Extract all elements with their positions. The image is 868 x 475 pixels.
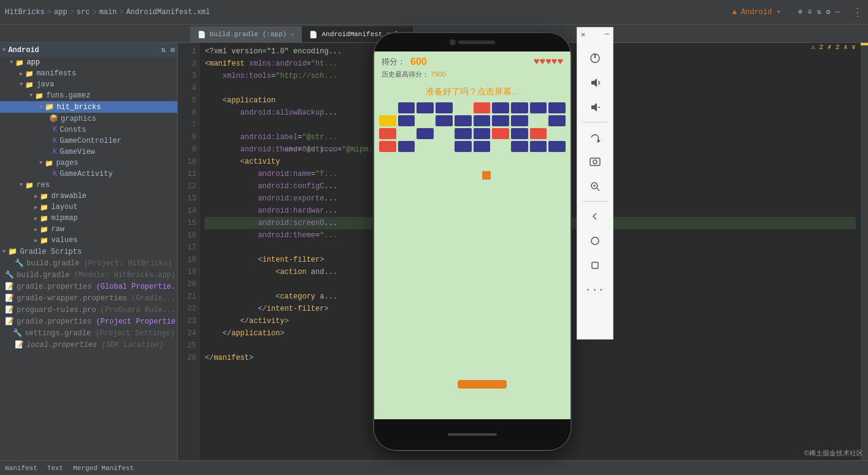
sidebar-label-gradle-scripts: Gradle Scripts — [20, 248, 82, 256]
emulator-recent-button[interactable] — [584, 254, 606, 276]
settings-icon[interactable]: ⚙ — [826, 7, 831, 17]
brick — [398, 128, 415, 139]
ready-text: 准备好了吗？点击屏幕... — [374, 84, 570, 102]
sidebar-header[interactable]: ▼ Android ⇅ ⚙ — [0, 43, 177, 57]
brick — [417, 128, 434, 139]
tab-close-build[interactable]: ✕ — [290, 31, 294, 38]
emulator-volume-up-button[interactable] — [584, 72, 606, 94]
brick — [474, 115, 491, 126]
sidebar-item-res[interactable]: ▼ 📁 res — [0, 180, 177, 191]
arrow-gradle: ▼ — [2, 249, 6, 255]
tab-merged-manifest[interactable]: Merged Manifest — [73, 465, 134, 472]
sidebar-item-consts[interactable]: K Consts — [0, 124, 177, 135]
warnings-indicator[interactable]: ⚠ 2 ✗ 2 ∧ ∨ — [811, 43, 856, 51]
emulator-zoom-button[interactable] — [584, 175, 606, 197]
emulator-power-button[interactable] — [584, 47, 606, 69]
config-icon[interactable]: ⇅ — [816, 7, 821, 17]
brick-row-1 — [379, 102, 566, 113]
top-right-more[interactable]: ⋮ — [852, 6, 863, 19]
kotlin-icon-gc: K — [53, 137, 57, 145]
phone-screen[interactable]: 得分： 600 ♥♥♥♥♥ 历史最高得分： 7900 准备好了吗？点击屏幕... — [374, 51, 570, 419]
sidebar-label-app: app — [26, 58, 40, 67]
sidebar-item-values[interactable]: ▶ 📁 values — [0, 235, 177, 246]
sidebar-item-build-gradle-proj[interactable]: 🔧 build.gradle (Project: HitBricks) — [0, 257, 177, 269]
emulator-rotate-button[interactable] — [584, 126, 606, 148]
brick — [530, 141, 547, 152]
brick — [548, 141, 566, 152]
brick — [492, 115, 509, 126]
brick — [379, 128, 396, 139]
sidebar-item-gameview[interactable]: K GameView — [0, 146, 177, 158]
emulator-volume-down-button[interactable] — [584, 96, 606, 118]
sidebar-item-build-gradle-mod[interactable]: 🔧 build.gradle (Module: HitBricks.app) — [0, 269, 177, 281]
sidebar-item-hitbricks[interactable]: ▼ 📁 hit_bricks — [0, 101, 177, 113]
sidebar-item-drawable[interactable]: ▶ 📁 drawable — [0, 191, 177, 202]
emulator-home-button[interactable] — [584, 230, 606, 252]
toolbar-icons: ⊕ ≡ ⇅ ⚙ — — [798, 7, 840, 17]
sidebar-item-settings-gradle[interactable]: 🔧 settings.gradle (Project Settings) — [0, 327, 177, 339]
sidebar-label-raw: raw — [51, 225, 64, 234]
sidebar-item-gradle-props-global[interactable]: 📝 gradle.properties (Global Propertie... — [0, 281, 177, 292]
brick — [398, 102, 415, 113]
sync-icon[interactable]: ≡ — [807, 8, 812, 17]
sidebar-item-funsgamez[interactable]: ▼ 📁 funs.gamez — [0, 90, 177, 101]
arrow-res: ▼ — [20, 182, 23, 188]
sidebar-item-gradle-scripts[interactable]: ▼ 📁 Gradle Scripts — [0, 246, 177, 257]
game-paddle — [458, 380, 507, 389]
sidebar-item-mipmap[interactable]: ▶ 📁 mipmap — [0, 213, 177, 224]
sidebar-label-mipmap: mipmap — [51, 214, 77, 222]
tab-text[interactable]: Text — [47, 465, 63, 472]
best-score-row: 历史最高得分： 7900 — [374, 70, 570, 84]
emulator-minimize-button[interactable]: — — [605, 30, 609, 39]
status-bar: manifest Text Merged Manifest — [0, 460, 868, 475]
brick-row-3 — [379, 128, 566, 139]
sidebar-title: Android — [8, 46, 39, 55]
arrow-manifests: ▶ — [20, 70, 23, 77]
hearts: ♥♥♥♥♥ — [534, 56, 563, 67]
arrow-values: ▶ — [34, 237, 37, 244]
svg-line-11 — [597, 188, 599, 191]
tab-build-gradle[interactable]: 📄 build.gradle (:app) ✕ — [190, 26, 302, 42]
sidebar-item-gradle-wrapper[interactable]: 📝 gradle-wrapper.properties (Gradle... — [0, 292, 177, 304]
sidebar-item-raw[interactable]: ▶ 📁 raw — [0, 224, 177, 235]
brick — [436, 102, 453, 113]
svg-marker-5 — [591, 103, 597, 112]
sidebar-item-graphics[interactable]: 📦 graphics — [0, 113, 177, 124]
brick — [492, 102, 509, 113]
sidebar-item-app[interactable]: ▼ 📁 app — [0, 57, 177, 68]
brick — [379, 115, 396, 126]
folder-icon-app: 📁 — [15, 59, 24, 67]
sidebar-item-proguard[interactable]: 📝 proguard-rules.pro (ProGuard Rule... — [0, 304, 177, 316]
sidebar-label-res: res — [36, 181, 50, 189]
add-module-icon[interactable]: ⊕ — [798, 7, 802, 17]
sidebar-item-gradle-props-proj[interactable]: 📝 gradle.properties (Project Propertie..… — [0, 316, 177, 327]
arrow-raw: ▶ — [34, 226, 37, 233]
minimize-icon[interactable]: — — [835, 8, 840, 17]
sidebar-label-build-gradle-mod: build.gradle (Module: HitBricks.app) — [17, 271, 175, 279]
arrow-pages: ▼ — [39, 160, 42, 166]
phone-camera — [450, 39, 456, 45]
sidebar-item-pages[interactable]: ▼ 📁 pages — [0, 158, 177, 169]
top-bar: HitBricks > app > src > main > AndroidMa… — [0, 0, 868, 25]
gradle-icon-2: 🔧 — [5, 270, 14, 279]
sidebar-item-java[interactable]: ▼ 📁 java — [0, 79, 177, 90]
kotlin-icon-ga: K — [53, 170, 57, 178]
emulator-back-button[interactable] — [584, 205, 606, 227]
android-dropdown[interactable]: ▲ Android ▾ — [732, 7, 781, 17]
brick — [436, 141, 453, 152]
sidebar-item-manifests[interactable]: ▶ 📁 manifests — [0, 68, 177, 79]
emulator-more-button[interactable]: ··· — [584, 279, 606, 301]
brick — [455, 141, 472, 152]
sidebar-item-local-props[interactable]: 📝 local.properties (SDK Location) — [0, 339, 177, 351]
emulator-screenshot-button[interactable] — [584, 151, 606, 173]
sidebar-item-gameactivity[interactable]: K GameActivity — [0, 169, 177, 180]
folder-icon-hitbricks: 📁 — [45, 102, 54, 112]
gear-icon[interactable]: ⚙ — [171, 45, 175, 55]
sidebar-item-gamecontroller[interactable]: K GameController — [0, 135, 177, 146]
sort-icon[interactable]: ⇅ — [161, 45, 166, 55]
emulator-close-button[interactable]: ✕ — [581, 30, 585, 39]
phone-emulator: 得分： 600 ♥♥♥♥♥ 历史最高得分： 7900 准备好了吗？点击屏幕... — [368, 27, 577, 456]
sidebar-item-layout[interactable]: ▶ 📁 layout — [0, 202, 177, 213]
svg-marker-2 — [591, 78, 597, 87]
sidebar-label-proguard: proguard-rules.pro (ProGuard Rule... — [17, 306, 175, 314]
